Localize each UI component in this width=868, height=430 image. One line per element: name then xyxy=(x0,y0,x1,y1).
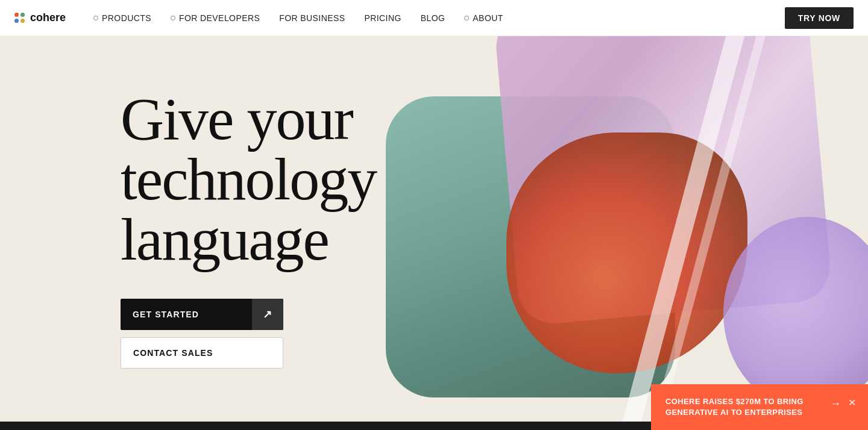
navbar: cohere PRODUCTS FOR DEVELOPERS FOR BUSIN… xyxy=(0,0,868,36)
nav-label-developers: FOR DEVELOPERS xyxy=(179,13,260,23)
get-started-label: GET STARTED xyxy=(121,310,252,319)
nav-label-about: ABOUT xyxy=(473,13,503,23)
toast-arrow-icon[interactable]: → xyxy=(830,397,841,410)
hero-content: Give your technology language GET STARTE… xyxy=(0,36,446,422)
nav-label-business: FOR BUSINESS xyxy=(279,13,345,23)
hero-title-line1: Give your xyxy=(121,86,353,152)
toast-close-button[interactable]: ✕ xyxy=(848,397,856,408)
nav-dot-about xyxy=(464,16,469,20)
hero-title-line2: technology xyxy=(121,146,376,213)
toast-text: COHERE RAISES $270M TO BRING GENERATIVE … xyxy=(665,396,823,418)
contact-sales-button[interactable]: CONTACT SALES xyxy=(121,337,283,369)
logo-dot-yellow xyxy=(20,19,25,23)
get-started-arrow-icon: ↗ xyxy=(252,299,283,330)
nav-item-about[interactable]: ABOUT xyxy=(456,8,511,28)
hero-section: Give your technology language GET STARTE… xyxy=(0,36,868,422)
nav-label-blog: BLOG xyxy=(421,13,445,23)
logo-dot-blue xyxy=(14,19,19,23)
toast-notification: COHERE RAISES $270M TO BRING GENERATIVE … xyxy=(651,384,868,430)
nav-dot-developers xyxy=(171,16,175,20)
nav-item-products[interactable]: PRODUCTS xyxy=(85,8,160,28)
nav-item-pricing[interactable]: PRICING xyxy=(356,8,409,28)
hero-title: Give your technology language xyxy=(121,89,446,270)
nav-item-business[interactable]: FOR BUSINESS xyxy=(271,8,353,28)
nav-label-pricing: PRICING xyxy=(364,13,401,23)
nav-items: PRODUCTS FOR DEVELOPERS FOR BUSINESS PRI… xyxy=(85,8,785,28)
hero-buttons: GET STARTED ↗ CONTACT SALES xyxy=(121,299,283,369)
logo-text: cohere xyxy=(30,11,66,24)
logo-dot-green xyxy=(20,13,25,17)
logo-dots xyxy=(14,13,25,23)
nav-label-products: PRODUCTS xyxy=(102,13,151,23)
try-now-button[interactable]: TRY NOW xyxy=(785,7,854,29)
hero-title-line3: language xyxy=(121,206,329,273)
shape-orange xyxy=(506,132,747,373)
nav-item-developers[interactable]: FOR DEVELOPERS xyxy=(162,8,268,28)
nav-dot-products xyxy=(93,16,98,20)
logo[interactable]: cohere xyxy=(14,11,66,24)
logo-dot-orange xyxy=(14,13,19,17)
nav-item-blog[interactable]: BLOG xyxy=(412,8,454,28)
get-started-button[interactable]: GET STARTED ↗ xyxy=(121,299,283,330)
